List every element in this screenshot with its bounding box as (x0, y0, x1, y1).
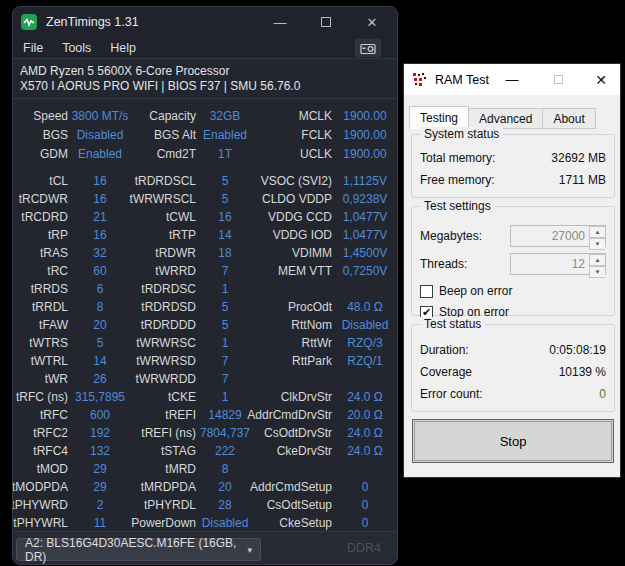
timing-value: 16 (93, 172, 106, 190)
status-row: Coverage10139 % (420, 361, 606, 383)
close-icon: ✕ (367, 15, 378, 30)
close-icon: ✕ (595, 72, 607, 88)
table-row: tMODPDA29tMRDPDA20AddrCmdSetup0 (14, 478, 398, 496)
spin-down-icon[interactable]: ▼ (589, 238, 605, 250)
timing-label: tCWL (166, 208, 196, 226)
timing-value: Disabled (202, 514, 249, 532)
status-value: 32692 MB (551, 151, 606, 165)
timing-value: 29 (93, 460, 106, 478)
maximize-icon (554, 75, 563, 84)
stop-button[interactable]: Stop (412, 419, 614, 463)
test-settings-title: Test settings (420, 199, 495, 213)
timing-label: AddrCmdDrvStr (247, 406, 332, 424)
timing-label: tRTP (169, 226, 196, 244)
minimize-icon: — (274, 15, 287, 30)
timing-value: 32 (93, 244, 106, 262)
timing-label: tRDRDDD (141, 316, 196, 334)
timing-value: Disabled (342, 316, 389, 334)
timing-label: tWRWRSC (136, 334, 196, 352)
menu-file[interactable]: File (14, 41, 52, 55)
timing-value: 48.0 Ω (347, 298, 383, 316)
rt-maximize-button-disabled (543, 64, 573, 95)
menu-help[interactable]: Help (101, 41, 145, 55)
timing-value: 1 (222, 334, 229, 352)
timing-value: 7 (222, 352, 229, 370)
threads-stepper[interactable]: 12 ▲ ▼ (510, 253, 606, 275)
ramtest-app-icon (413, 73, 427, 87)
table-row: tPHYWRL11PowerDownDisabledCkeSetup0 (14, 514, 398, 532)
test-status-rows: Duration:0:05:08:19Coverage10139 %Error … (420, 339, 606, 405)
timing-value: Disabled (77, 126, 124, 145)
board-bios-smu: X570 I AORUS PRO WIFI | BIOS F37 | SMU 5… (20, 79, 397, 94)
table-row: Speed3800 MT/sCapacity32GBMCLK1900.00 (14, 107, 398, 126)
megabytes-stepper[interactable]: 27000 ▲ ▼ (510, 225, 606, 247)
table-row: GDMEnabledCmd2T1TUCLK1900.00 (14, 145, 398, 164)
memory-info-table: Speed3800 MT/sCapacity32GBMCLK1900.00BGS… (14, 107, 398, 164)
table-row: tWTRS5tWRWRSC1RttWrRZQ/3 (14, 334, 398, 352)
zentimings-titlebar: ZenTimings 1.31 — ✕ (13, 7, 397, 37)
timing-value: 1 (222, 280, 229, 298)
rt-minimize-button[interactable]: — (497, 64, 527, 95)
timing-label: tRDRDSCL (135, 172, 196, 190)
timing-value: 20 (93, 316, 106, 334)
timing-value: 24.0 Ω (347, 442, 383, 460)
timing-value: 60 (93, 262, 106, 280)
tab-about[interactable]: About (543, 108, 595, 129)
timing-value: 7 (222, 370, 229, 388)
beep-on-error-label[interactable]: Beep on error (439, 284, 512, 298)
table-row: tRFC4132tSTAG222CkeDrvStr24.0 Ω (14, 442, 398, 460)
ramtest-window: RAM Test — ✕ Testing Advanced About Syst… (403, 63, 621, 478)
megabytes-value: 27000 (511, 229, 589, 243)
system-info: AMD Ryzen 5 5600X 6-Core Processor X570 … (13, 59, 397, 99)
timing-label: RttWr (302, 334, 332, 352)
beep-on-error-checkbox[interactable]: ✔ (420, 285, 433, 298)
table-row: tRRDL8tRDRDSD5ProcOdt48.0 Ω (14, 298, 398, 316)
table-row: tRP16tRTP14VDDG IOD1,0477V (14, 226, 398, 244)
spin-up-icon[interactable]: ▲ (589, 254, 605, 266)
timing-label: tRAS (40, 244, 68, 262)
ramtest-tabs: Testing Advanced About (409, 106, 596, 129)
timing-label: tREFI (165, 406, 196, 424)
timing-label: tRFC4 (33, 442, 68, 460)
menu-tools[interactable]: Tools (53, 41, 100, 55)
timing-value: 5 (222, 298, 229, 316)
timing-value: 1900.00 (343, 126, 386, 145)
table-row: tMOD29tMRD8 (14, 460, 398, 478)
timing-value: 1900.00 (343, 107, 386, 126)
status-row: Total memory:32692 MB (420, 147, 606, 169)
timing-label: tRFC (40, 406, 68, 424)
timing-label: tMODPDA (12, 478, 68, 496)
tab-advanced[interactable]: Advanced (469, 108, 543, 129)
threads-label: Threads: (420, 257, 467, 271)
dimm-selector-dropdown[interactable]: A2: BLS16G4D30AESC.M16FE (16GB, DR) ▾ (16, 538, 261, 561)
tab-testing[interactable]: Testing (409, 106, 469, 129)
timing-value: 1,4500V (343, 244, 388, 262)
timing-label: tPHYWRL (13, 514, 68, 532)
timing-value: 5 (222, 172, 229, 190)
system-status-title: System status (420, 127, 503, 141)
spin-down-icon[interactable]: ▼ (589, 266, 605, 278)
zt-minimize-button[interactable]: — (257, 7, 303, 37)
zt-close-button[interactable]: ✕ (349, 7, 395, 37)
timing-value: 24.0 Ω (347, 424, 383, 442)
timing-value: 0,7250V (343, 262, 388, 280)
screenshot-button[interactable] (355, 39, 381, 57)
timing-label: tRCDWR (19, 190, 68, 208)
rt-close-button[interactable]: ✕ (586, 64, 616, 95)
timing-value: 2 (97, 496, 104, 514)
status-label: Total memory: (420, 151, 495, 165)
zt-maximize-button[interactable] (303, 7, 349, 37)
timing-label: tMOD (37, 460, 68, 478)
timing-label: tWTRL (31, 352, 68, 370)
timing-value: RZQ/1 (347, 352, 382, 370)
timing-label: tRFC2 (33, 424, 68, 442)
timing-value: 1T (218, 145, 232, 164)
test-status-group: Test status Duration:0:05:08:19Coverage1… (411, 324, 615, 412)
table-row: tRCDWR16tWRWRSCL5CLDO VDDP0,9238V (14, 190, 398, 208)
timing-value: 26 (93, 370, 106, 388)
timing-value: RZQ/3 (347, 334, 382, 352)
timing-label: tPHYRDL (144, 496, 196, 514)
spin-up-icon[interactable]: ▲ (589, 226, 605, 238)
status-label: Coverage (420, 365, 472, 379)
timing-label: tWR (45, 370, 68, 388)
